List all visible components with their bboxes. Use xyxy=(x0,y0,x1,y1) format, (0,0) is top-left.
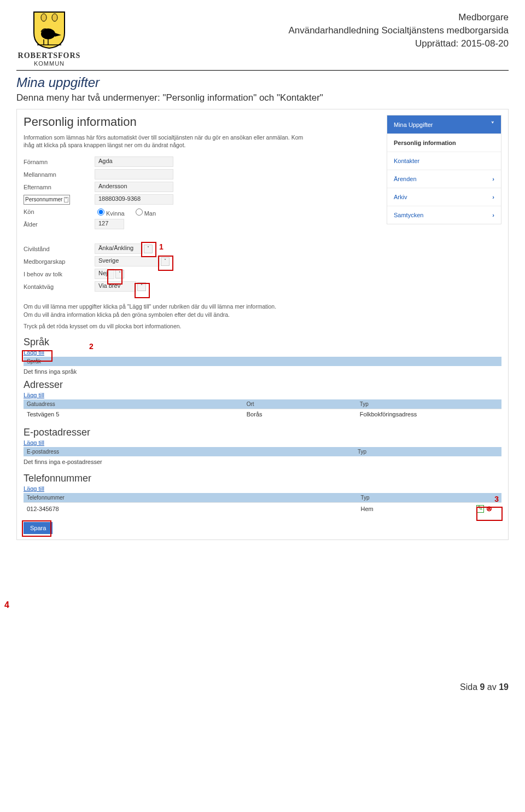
table-row: Testvägen 5 Borås Folkbokföringsadress xyxy=(24,409,501,419)
civilstand-value: Änka/Änkling xyxy=(95,243,143,254)
kon-kvinna-radio[interactable]: Kvinna xyxy=(95,210,125,217)
man-text: Man xyxy=(144,210,156,217)
kon-man-radio[interactable]: Man xyxy=(133,210,156,217)
hdr-line1: Medborgare xyxy=(288,11,509,24)
sprak-table-header: Språk xyxy=(24,357,501,366)
separator xyxy=(16,70,509,71)
adr-h1: Gatuadress xyxy=(24,399,243,409)
adresser-heading: Adresser xyxy=(24,379,501,391)
sidebar-item-arkiv[interactable]: Arkiv › xyxy=(387,188,501,206)
annotation-box-1d xyxy=(135,283,150,298)
tel-add-link[interactable]: Lägg till xyxy=(24,485,44,492)
epost-heading: E-postadresser xyxy=(24,427,501,438)
adresser-add-link[interactable]: Lägg till xyxy=(24,392,44,398)
civilstand-label: Civilstånd xyxy=(24,246,95,252)
kommun-name: ROBERTSFORS xyxy=(16,51,82,60)
mellannamn-input[interactable] xyxy=(95,169,173,179)
alder-input[interactable]: 127 xyxy=(95,219,124,229)
epost-empty: Det finns inga e-postadresser xyxy=(24,459,501,465)
annotation-box-4 xyxy=(22,520,51,537)
radio-kvinna-input[interactable] xyxy=(97,208,104,216)
radio-man-input[interactable] xyxy=(136,208,143,216)
annotation-2: 2 xyxy=(84,340,99,353)
chevron-right-icon: › xyxy=(492,194,494,200)
chevron-right-icon: › xyxy=(492,176,494,182)
sidebar-item-mina-uppgifter[interactable]: Mina Uppgifter ˅ xyxy=(387,115,501,134)
alder-label: Ålder xyxy=(24,221,95,228)
page-prefix: Sida xyxy=(460,682,480,692)
side-mina-label: Mina Uppgifter xyxy=(394,121,433,128)
tel-r1c1: 012-345678 xyxy=(24,504,358,514)
mellannamn-label: Mellannamn xyxy=(24,171,95,178)
annotation-1: 1 xyxy=(159,242,164,251)
tel-r1c2: Hem xyxy=(358,504,474,514)
epost-h1: E-postadress xyxy=(24,447,354,456)
side-samtycken-label: Samtycken xyxy=(394,212,423,218)
efternamn-label: Efternamn xyxy=(24,184,95,190)
kommun-sub: KOMMUN xyxy=(16,60,82,67)
annotation-box-1b xyxy=(158,256,173,271)
page-total: 19 xyxy=(499,682,509,692)
side-menu: Mina Uppgifter ˅ Personlig information K… xyxy=(387,115,501,294)
svg-point-0 xyxy=(41,14,46,21)
epost-table-header: E-postadress Typ xyxy=(24,447,501,456)
pnr-select-label: Personnummer xyxy=(25,196,62,202)
side-personlig-label: Personlig information xyxy=(394,140,456,146)
chevron-down-icon: ˅ xyxy=(491,121,494,128)
page-number: Sida 9 av 19 xyxy=(16,682,509,692)
adr-r1c2: Borås xyxy=(243,409,357,419)
fornamn-label: Förnamn xyxy=(24,159,95,165)
section-title: Mina uppgifter xyxy=(16,75,509,90)
shield-icon xyxy=(33,11,66,49)
side-arenden-label: Ärenden xyxy=(394,176,417,182)
adr-r1c1: Testvägen 5 xyxy=(24,409,243,419)
chevron-down-icon: ˅ xyxy=(64,197,68,202)
adresser-table-header: Gatuadress Ort Typ xyxy=(24,399,501,409)
header-right: Medborgare Användarhandledning Socialtjä… xyxy=(288,11,509,50)
info-p2: Om du vill ändra information klicka på d… xyxy=(24,311,501,319)
side-arkiv-label: Arkiv xyxy=(394,194,407,200)
tel-h1: Telefonnummer xyxy=(24,493,358,502)
tel-table-header: Telefonnummer Typ xyxy=(24,493,501,502)
info-paragraphs: Om du vill lämna mer uppgifter klicka på… xyxy=(24,303,501,330)
sidebar-item-kontakter[interactable]: Kontakter xyxy=(387,152,501,170)
sidebar-item-samtycken[interactable]: Samtycken › xyxy=(387,206,501,224)
epost-h2: Typ xyxy=(354,447,501,456)
sidebar-item-personlig[interactable]: Personlig information xyxy=(387,134,501,152)
efternamn-input[interactable]: Andersson xyxy=(95,182,173,192)
adr-h2: Ort xyxy=(243,399,357,409)
kon-label: Kön xyxy=(24,208,95,215)
hdr-line2: Användarhandledning Socialtjänstens medb… xyxy=(288,24,509,37)
svg-point-2 xyxy=(41,28,55,39)
sprak-empty: Det finns inga språk xyxy=(24,368,501,375)
personnummer-input[interactable]: 18880309-9368 xyxy=(95,194,173,205)
doc-header: ROBERTSFORS KOMMUN Medborgare Användarha… xyxy=(16,11,509,67)
medborgarskap-value: Sverige xyxy=(95,256,160,266)
annotation-3: 3 xyxy=(494,495,499,503)
main-column: Personlig information Information som lä… xyxy=(24,115,378,294)
page-description: Information som lämnas här förs automati… xyxy=(24,134,308,149)
tolk-label: I behov av tolk xyxy=(24,271,95,277)
tel-h2: Typ xyxy=(358,493,474,502)
sprak-hdr-col: Språk xyxy=(24,357,501,366)
hdr-line3: Upprättad: 2015-08-20 xyxy=(288,37,509,50)
personnummer-select[interactable]: Personnummer ˅ xyxy=(24,195,70,205)
side-kontakter-label: Kontakter xyxy=(394,158,419,164)
medborgarskap-label: Medborgarskap xyxy=(24,258,95,265)
annotation-4: 4 xyxy=(4,600,9,610)
chevron-right-icon: › xyxy=(492,212,494,218)
app-screenshot: Personlig information Information som lä… xyxy=(16,109,509,540)
table-row: 012-345678 Hem ✎ ⊗ xyxy=(24,502,501,514)
fornamn-input[interactable]: Agda xyxy=(95,156,173,167)
info-p3: Tryck på det röda krysset om du vill plo… xyxy=(24,322,501,330)
sidebar-item-arenden[interactable]: Ärenden › xyxy=(387,170,501,188)
epost-add-link[interactable]: Lägg till xyxy=(24,439,44,446)
adr-r1c3: Folkbokföringsadress xyxy=(357,409,501,419)
page-mid: av xyxy=(485,682,499,692)
annotation-box-1c xyxy=(107,269,122,285)
intro-text: Denna meny har två undermenyer: "Personl… xyxy=(16,92,509,103)
svg-point-1 xyxy=(52,14,57,21)
kvinna-text: Kvinna xyxy=(106,210,125,217)
annotation-box-1a xyxy=(141,242,156,257)
logo: ROBERTSFORS KOMMUN xyxy=(16,11,82,67)
